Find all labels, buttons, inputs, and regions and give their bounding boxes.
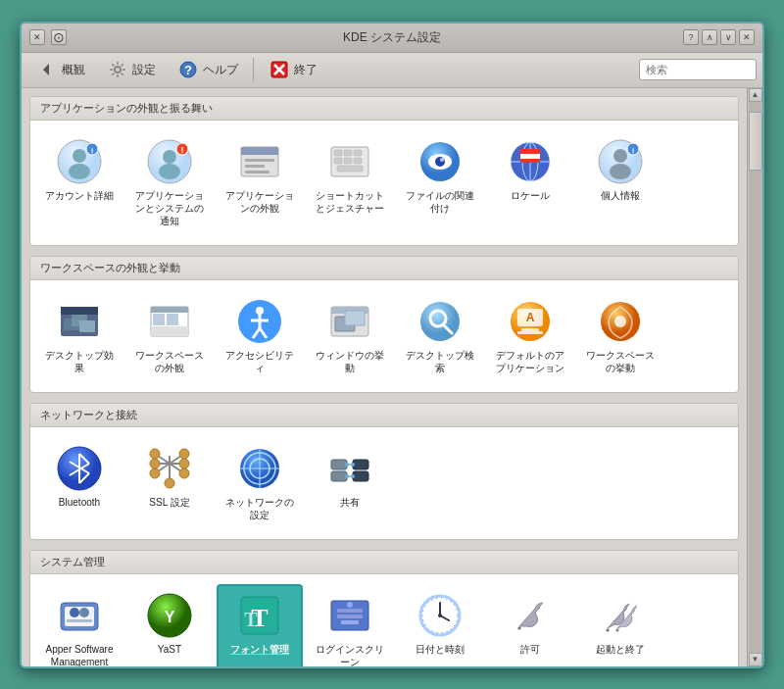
item-default-apps[interactable]: A デフォルトのアプリケーション xyxy=(487,290,573,382)
quit-button[interactable]: 終了 xyxy=(260,55,326,84)
settings-icon xyxy=(107,59,128,80)
svg-point-113 xyxy=(79,608,89,617)
login-screen-label: ログインスクリーン xyxy=(313,643,387,666)
svg-rect-123 xyxy=(341,620,359,624)
startup-icon xyxy=(597,592,644,639)
svg-point-107 xyxy=(345,474,349,478)
personal-icon: i xyxy=(597,138,644,185)
accessibility-label: アクセシビリティ xyxy=(222,349,297,374)
item-apper[interactable]: Apper Software Management xyxy=(36,584,122,666)
item-window-behavior[interactable]: ウィンドウの挙動 xyxy=(307,290,393,382)
svg-rect-73 xyxy=(521,328,539,331)
toolbar-separator xyxy=(253,58,254,81)
svg-rect-101 xyxy=(331,471,347,481)
item-accessibility[interactable]: アクセシビリティ xyxy=(217,290,303,382)
section-network-items: Bluetooth xyxy=(30,427,738,539)
item-shortcuts[interactable]: ショートカットとジェスチャー xyxy=(307,130,393,235)
item-permissions[interactable]: 許可 xyxy=(487,584,573,666)
item-workspace-appear[interactable]: ワークスペースの外観 xyxy=(126,290,213,382)
scrollbar-thumb[interactable] xyxy=(749,112,762,171)
back-button[interactable]: 概観 xyxy=(27,55,94,84)
app-appear-icon xyxy=(236,138,283,185)
search-area xyxy=(639,59,757,80)
item-desktop-search[interactable]: デスクトップ検索 xyxy=(397,290,483,382)
account-label: アカウント詳細 xyxy=(45,189,114,202)
yast-label: YaST xyxy=(158,643,181,656)
item-desktop-effects[interactable]: デスクトップ効果 xyxy=(36,290,122,382)
window-menu-button[interactable]: ✕ xyxy=(29,29,45,45)
search-input[interactable] xyxy=(639,59,757,80)
help-button[interactable]: ? xyxy=(683,29,699,45)
svg-text:i: i xyxy=(91,146,93,155)
svg-rect-49 xyxy=(61,307,98,315)
window-behavior-icon xyxy=(326,298,373,345)
scrollbar-track[interactable] xyxy=(749,102,762,653)
font-mgr-icon: T T xyxy=(236,592,283,639)
window-menu-button2[interactable]: ⊙ xyxy=(51,29,67,45)
item-datetime[interactable]: 日付と時刻 xyxy=(397,584,483,666)
svg-point-33 xyxy=(440,158,444,162)
personal-label: 個人情報 xyxy=(601,189,640,202)
svg-marker-0 xyxy=(43,64,49,75)
svg-point-106 xyxy=(345,463,349,467)
scrollbar-down[interactable]: ▼ xyxy=(749,653,762,666)
svg-rect-24 xyxy=(344,150,352,156)
svg-point-90 xyxy=(179,468,189,478)
svg-point-109 xyxy=(351,474,355,478)
svg-rect-56 xyxy=(153,314,165,325)
app-appear-label: アプリケーションの外観 xyxy=(222,189,297,215)
back-icon xyxy=(36,59,58,80)
item-file-assoc[interactable]: ファイルの関連付け xyxy=(397,130,483,235)
svg-rect-20 xyxy=(245,165,265,168)
svg-rect-121 xyxy=(337,609,363,613)
file-assoc-icon xyxy=(416,138,464,185)
locale-icon xyxy=(507,138,554,185)
svg-rect-100 xyxy=(331,460,347,469)
minimize-button[interactable]: ∧ xyxy=(702,29,717,45)
svg-rect-29 xyxy=(337,166,363,172)
item-yast[interactable]: Y YaST xyxy=(126,584,213,666)
svg-rect-67 xyxy=(345,311,365,325)
svg-point-88 xyxy=(150,468,160,478)
svg-rect-23 xyxy=(334,150,342,156)
default-apps-icon: A xyxy=(507,298,554,345)
desktop-search-label: デスクトップ検索 xyxy=(403,349,477,374)
svg-point-13 xyxy=(163,150,176,164)
item-locale[interactable]: ロケール xyxy=(487,130,573,235)
maximize-button[interactable]: ∨ xyxy=(720,29,736,45)
item-font-mgr[interactable]: T T フォント管理 xyxy=(217,584,303,666)
shortcuts-icon xyxy=(326,138,373,185)
permissions-label: 許可 xyxy=(520,643,540,656)
svg-rect-18 xyxy=(241,147,278,155)
svg-rect-122 xyxy=(337,615,363,618)
item-sharing[interactable]: 共有 xyxy=(307,437,393,529)
svg-rect-19 xyxy=(245,159,274,162)
item-account[interactable]: i アカウント詳細 xyxy=(36,130,122,235)
svg-rect-57 xyxy=(167,314,178,325)
settings-button[interactable]: 設定 xyxy=(98,55,165,84)
item-app-notify[interactable]: ! アプリケーションとシステムの通知 xyxy=(126,130,213,235)
bluetooth-label: Bluetooth xyxy=(59,496,100,509)
datetime-label: 日付と時刻 xyxy=(416,643,465,656)
svg-point-112 xyxy=(70,608,79,617)
apper-label: Apper Software Management xyxy=(42,643,117,666)
item-personal[interactable]: i 個人情報 xyxy=(577,130,663,235)
item-ssl[interactable]: SSL 設定 xyxy=(126,437,213,529)
titlebar: ✕ ⊙ KDE システム設定 ? ∧ ∨ ✕ xyxy=(22,24,762,53)
file-assoc-label: ファイルの関連付け xyxy=(403,189,477,215)
item-bluetooth[interactable]: Bluetooth xyxy=(36,437,122,529)
content-area: アプリケーションの外観と振る舞い i xyxy=(22,88,762,666)
apper-icon xyxy=(56,592,103,639)
svg-rect-114 xyxy=(67,619,92,622)
svg-rect-55 xyxy=(151,326,188,336)
scrollbar-up[interactable]: ▲ xyxy=(749,88,762,102)
close-button[interactable]: ✕ xyxy=(739,29,755,45)
item-app-appear[interactable]: アプリケーションの外観 xyxy=(217,130,303,235)
item-login-screen[interactable]: ログインスクリーン xyxy=(307,584,393,666)
item-workspace-behavior[interactable]: ワークスペースの挙動 xyxy=(577,290,663,382)
help-toolbar-button[interactable]: ? ヘルプ xyxy=(169,55,247,84)
section-workspace: ワークスペースの外観と挙動 デス xyxy=(29,256,739,393)
item-network-settings[interactable]: ネットワークの設定 xyxy=(217,437,303,529)
item-startup[interactable]: 起動と終了 xyxy=(577,584,663,666)
accessibility-icon xyxy=(236,298,283,345)
